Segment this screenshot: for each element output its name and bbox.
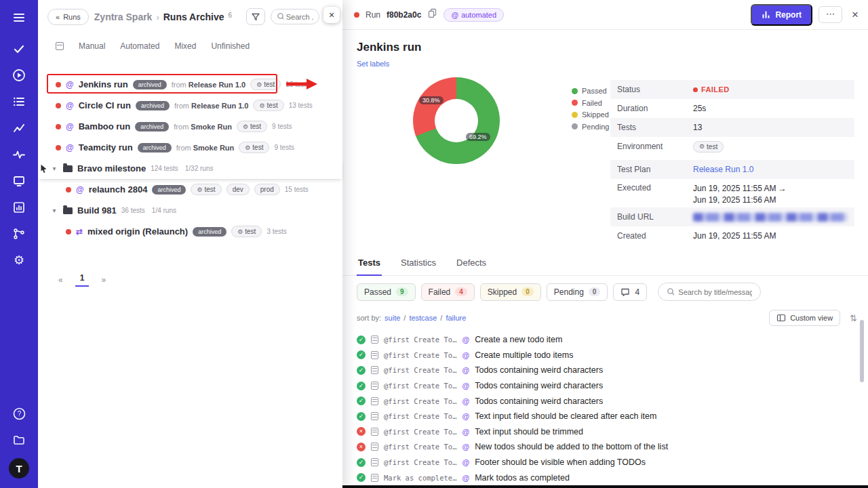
scrollbar-thumb[interactable] bbox=[860, 320, 864, 382]
reports-icon[interactable] bbox=[11, 199, 27, 216]
set-labels-link[interactable]: Set labels bbox=[357, 60, 389, 68]
select-runs-icon[interactable] bbox=[56, 42, 64, 50]
gear-icon: ⚙ bbox=[237, 228, 243, 235]
run-name[interactable]: Circle CI run bbox=[79, 100, 131, 110]
tab-statistics[interactable]: Statistics bbox=[399, 253, 437, 275]
env-badge: ⚙test bbox=[693, 141, 724, 152]
run-row-teamcity[interactable]: @ Teamcity run archived from Smoke Run ⚙… bbox=[38, 137, 342, 158]
more-options-button[interactable]: ⋯ bbox=[818, 6, 842, 22]
test-title[interactable]: Todos containing weird characters bbox=[475, 396, 603, 406]
run-name[interactable]: Bamboo run bbox=[79, 121, 131, 131]
help-icon[interactable]: ? bbox=[11, 405, 27, 422]
test-title[interactable]: Create multiple todo items bbox=[475, 350, 573, 360]
breadcrumb-project[interactable]: Zyntra Spark bbox=[94, 12, 153, 22]
redacted-build-url[interactable] bbox=[693, 213, 848, 222]
suites-icon[interactable] bbox=[11, 94, 27, 110]
test-suite-prefix: @first Create To… bbox=[384, 458, 456, 466]
filter-passed[interactable]: Passed9 bbox=[357, 283, 416, 301]
test-row[interactable]: ✓@first Create To…@Todos containing weir… bbox=[357, 393, 868, 409]
folder-row-bravo-milestone[interactable]: ▾ Bravo milestone 124 tests1/32 runs bbox=[38, 158, 342, 179]
tab-automated[interactable]: Automated bbox=[120, 41, 159, 51]
test-row[interactable]: ×@first Create To…@Text input should be … bbox=[357, 424, 868, 440]
test-title[interactable]: New todos should be added to the bottom … bbox=[475, 442, 668, 451]
pagination-page-1[interactable]: 1 bbox=[75, 273, 90, 287]
tab-unfinished[interactable]: Unfinished bbox=[211, 41, 250, 51]
run-row-mixed-origin[interactable]: ⇄ mixed origin (Relaunch) archived ⚙test… bbox=[38, 221, 342, 242]
filter-button[interactable] bbox=[246, 8, 265, 25]
pagination-prev[interactable]: « bbox=[58, 275, 63, 285]
run-name[interactable]: mixed origin (Relaunch) bbox=[87, 226, 188, 237]
test-result-icon: ✓ bbox=[357, 473, 366, 482]
settings-icon[interactable]: ⚙ bbox=[11, 252, 27, 268]
test-row[interactable]: ✓@first Create To…@Create multiple todo … bbox=[357, 348, 868, 363]
custom-view-button[interactable]: Custom view bbox=[769, 310, 840, 326]
test-title[interactable]: Create a new todo item bbox=[475, 335, 562, 344]
projects-icon[interactable] bbox=[11, 432, 27, 448]
run-name[interactable]: relaunch 2804 bbox=[89, 184, 148, 195]
pulse-icon[interactable] bbox=[11, 146, 27, 163]
sort-order-icon[interactable]: ⇅ bbox=[850, 313, 857, 323]
analytics-icon[interactable] bbox=[11, 120, 27, 136]
test-title[interactable]: Todos containing weird characters bbox=[475, 365, 603, 375]
test-search[interactable] bbox=[658, 283, 761, 301]
failed-dot-icon bbox=[693, 87, 698, 92]
tests-count: 9 tests bbox=[272, 123, 292, 130]
test-suite-prefix: @first Create To… bbox=[384, 336, 456, 344]
test-row[interactable]: ×@first Create To…@New todos should be a… bbox=[357, 439, 868, 455]
tab-mixed[interactable]: Mixed bbox=[174, 41, 196, 51]
test-title[interactable]: Text input should be trimmed bbox=[475, 427, 583, 436]
test-plan-link[interactable]: Release Run 1.0 bbox=[693, 165, 753, 174]
menu-icon[interactable] bbox=[11, 9, 27, 26]
sort-by-failure-link[interactable]: failure bbox=[446, 314, 466, 322]
back-to-runs-button[interactable]: « Runs bbox=[47, 9, 89, 25]
branches-icon[interactable] bbox=[11, 226, 27, 242]
folder-name[interactable]: Bravo milestone bbox=[77, 163, 146, 174]
tab-tests[interactable]: Tests bbox=[357, 253, 382, 276]
run-row-relaunch-2804[interactable]: @ relaunch 2804 archived ⚙test dev prod … bbox=[38, 179, 342, 200]
test-row[interactable]: ✓Mark as complete…@Mark todos as complet… bbox=[357, 470, 868, 485]
test-row[interactable]: ✓@first Create To…@Todos containing weir… bbox=[357, 363, 868, 378]
close-icon[interactable]: × bbox=[852, 8, 859, 22]
checks-icon[interactable] bbox=[11, 41, 27, 57]
run-row-circleci[interactable]: @ Circle CI run archived from Release Ru… bbox=[38, 95, 342, 116]
test-search-input[interactable] bbox=[678, 288, 752, 296]
app-logo[interactable]: T bbox=[9, 458, 29, 479]
chevron-down-icon[interactable]: ▾ bbox=[50, 207, 58, 214]
info-row-test-plan: Test Plan Release Run 1.0 bbox=[610, 160, 854, 179]
tab-defects[interactable]: Defects bbox=[455, 253, 488, 275]
folder-row-build-981[interactable]: ▾ Build 981 36 tests1/4 runs bbox=[38, 200, 342, 221]
test-title[interactable]: Footer should be visible when adding TOD… bbox=[475, 458, 646, 467]
run-row-jenkins[interactable]: @ Jenkins run archived from Release Run … bbox=[38, 74, 342, 95]
runs-search[interactable] bbox=[271, 9, 319, 24]
run-row-bamboo[interactable]: @ Bamboo run archived from Smoke Run ⚙te… bbox=[38, 116, 342, 137]
test-row[interactable]: ✓@first Create To…@Footer should be visi… bbox=[357, 455, 868, 470]
archived-badge: archived bbox=[135, 122, 169, 131]
env-badge: prod bbox=[254, 184, 280, 195]
launches-icon[interactable] bbox=[11, 173, 27, 189]
filter-failed[interactable]: Failed4 bbox=[421, 283, 475, 301]
run-name[interactable]: Teamcity run bbox=[79, 142, 133, 152]
sort-by-testcase-link[interactable]: testcase bbox=[409, 314, 437, 322]
test-title[interactable]: Text input field should be cleared after… bbox=[475, 411, 656, 421]
runs-search-input[interactable] bbox=[286, 13, 313, 21]
run-name[interactable]: Jenkins run bbox=[79, 79, 128, 89]
pagination-next[interactable]: » bbox=[101, 275, 106, 285]
filter-comments[interactable]: 4 bbox=[613, 283, 647, 301]
sort-by-suite-link[interactable]: suite bbox=[384, 314, 400, 322]
test-title[interactable]: Todos containing weird characters bbox=[475, 381, 603, 390]
copy-icon[interactable] bbox=[427, 8, 437, 21]
chevron-down-icon[interactable]: ▾ bbox=[50, 165, 58, 172]
folder-name[interactable]: Build 981 bbox=[77, 205, 117, 216]
test-title[interactable]: Mark todos as completed bbox=[475, 473, 570, 483]
test-row[interactable]: ✓@first Create To…@Todos containing weir… bbox=[357, 378, 868, 394]
panel-close-button[interactable]: × bbox=[323, 7, 340, 23]
report-button[interactable]: Report bbox=[751, 4, 812, 26]
run-detail-panel: Run f80b2a0c @ automated Report ⋯ × Jenk… bbox=[342, 0, 868, 488]
filter-skipped[interactable]: Skipped0 bbox=[480, 283, 541, 301]
tab-manual[interactable]: Manual bbox=[79, 41, 105, 51]
test-row[interactable]: ✓@first Create To…@Text input field shou… bbox=[357, 409, 868, 424]
test-row[interactable]: ✓@first Create To…@Create a new todo ite… bbox=[357, 332, 868, 348]
filter-pending[interactable]: Pending0 bbox=[547, 283, 608, 301]
test-result-icon: ✓ bbox=[357, 458, 366, 467]
runs-icon[interactable] bbox=[11, 67, 27, 83]
